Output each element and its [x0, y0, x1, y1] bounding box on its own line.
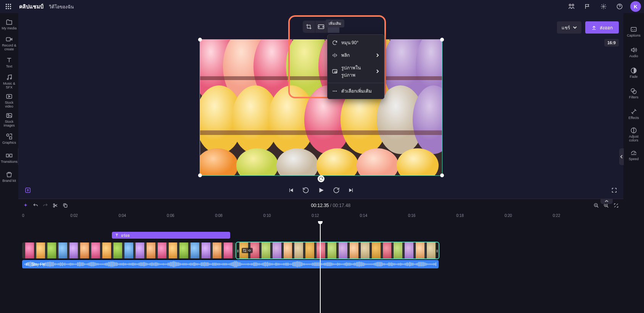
volume-mini-icon[interactable] — [248, 249, 252, 252]
resize-handle-br[interactable] — [440, 173, 444, 177]
svg-rect-41 — [200, 76, 442, 80]
text-icon — [115, 233, 119, 237]
redo-button[interactable] — [43, 203, 48, 208]
chevron-down-icon — [573, 26, 577, 29]
magic-tools-icon[interactable] — [24, 187, 31, 194]
text-clip[interactable]: อร่อย — [112, 232, 230, 239]
collapse-right-panel-handle[interactable] — [619, 148, 624, 165]
preview-canvas[interactable] — [200, 40, 442, 175]
sidebar-stock-video[interactable]: Stock video — [0, 91, 18, 110]
panel-label: Captions — [627, 34, 641, 38]
sidebar-graphics[interactable]: Graphics — [0, 130, 18, 148]
svg-rect-2 — [10, 4, 11, 5]
resize-handle-tr[interactable] — [440, 38, 444, 42]
svg-point-11 — [603, 6, 604, 7]
share-button[interactable]: แชร์ — [557, 21, 581, 34]
svg-point-15 — [10, 78, 11, 79]
panel-audio[interactable]: Audio — [624, 43, 643, 62]
playhead[interactable] — [320, 221, 321, 313]
play-button[interactable] — [318, 187, 324, 194]
avatar[interactable]: K — [630, 1, 641, 12]
timeline-toolbar: 00:12.35 / 00:17.48 — [18, 199, 623, 212]
timeline-ruler[interactable]: 00:020:040:060:080:100:120:140:160:180:2… — [18, 212, 623, 221]
export-button[interactable]: ส่งออก — [585, 21, 619, 34]
help-icon[interactable] — [614, 1, 625, 12]
zoom-out-button[interactable] — [594, 203, 599, 208]
menu-picture-in-picture[interactable]: รูปภาพในรูปภาพ — [328, 61, 384, 81]
svg-point-14 — [7, 79, 8, 80]
panel-adjust-colors[interactable]: Adjust colors — [624, 125, 643, 144]
feedback-flag-icon[interactable] — [582, 1, 593, 12]
menu-flip[interactable]: พลิก — [328, 49, 384, 61]
sidebar-text[interactable]: Text — [0, 53, 18, 72]
sidebar-transitions[interactable]: Transitions — [0, 149, 18, 167]
sidebar-music-sfx[interactable]: Music & SFX — [0, 72, 18, 91]
svg-rect-50 — [200, 130, 442, 135]
sidebar-record-create[interactable]: Record & create — [0, 34, 18, 53]
timeline-panel: 00:12.35 / 00:17.48 00:020:040:060:080:1… — [18, 199, 623, 313]
apps-grid-icon[interactable] — [3, 1, 14, 12]
panel-fade[interactable]: Fade — [624, 63, 643, 82]
svg-point-19 — [6, 134, 9, 136]
clip-trim-handle-right[interactable]: || — [436, 242, 439, 258]
undo-button[interactable] — [33, 203, 38, 208]
panel-captions[interactable]: Captions — [624, 22, 643, 41]
clip-trim-handle-left[interactable]: || — [236, 242, 239, 258]
sidebar-stock-images[interactable]: Stock images — [0, 111, 18, 129]
skip-end-button[interactable] — [348, 187, 354, 193]
skip-start-button[interactable] — [288, 187, 294, 193]
project-name[interactable]: วิดีโอของฉัน — [49, 3, 74, 10]
menu-label: หมุน 90° — [341, 39, 379, 46]
video-clip-2-selected[interactable]: || || — [236, 242, 439, 258]
preview-image — [200, 40, 442, 175]
rewind-button[interactable] — [302, 187, 309, 194]
app-name: คลิปแชมป์ — [19, 2, 44, 11]
text-clip-label: อร่อย — [121, 233, 130, 238]
svg-rect-5 — [10, 6, 11, 7]
forward-button[interactable] — [333, 187, 340, 194]
timecode-current: 00:12.35 — [311, 203, 329, 208]
zoom-fit-button[interactable] — [613, 203, 619, 208]
split-scissors-button[interactable] — [53, 203, 58, 208]
panel-effects[interactable]: Effects — [624, 104, 643, 124]
ruler-tick: 0:20 — [505, 213, 512, 218]
clip-toolbar: เพิ่มเติม — [303, 21, 339, 33]
panel-filters[interactable]: Filters — [624, 84, 643, 103]
panel-label: Speed — [629, 157, 639, 161]
menu-more-options[interactable]: ตัวเลือกเพิ่มเติม — [328, 85, 384, 97]
timecode-duration: 00:17.48 — [333, 203, 351, 208]
svg-rect-6 — [6, 8, 7, 9]
panel-label: Fade — [630, 75, 638, 79]
clip-copy-button[interactable] — [63, 203, 68, 208]
auto-compose-icon[interactable] — [23, 203, 28, 208]
crop-mini-icon[interactable] — [243, 249, 247, 252]
ruler-tick: 0:08 — [215, 213, 222, 218]
clip-context-menu: หมุน 90° พลิก รูปภาพในรูปภาพ ตัวเลือกเพิ… — [327, 34, 384, 99]
sidebar-label: Text — [6, 65, 13, 69]
upgrade-icon[interactable] — [566, 1, 577, 12]
audio-clip-label: Stay Fly — [31, 262, 45, 266]
video-clip-1[interactable] — [22, 242, 236, 258]
menu-separator — [328, 83, 384, 83]
timeline-collapse-handle[interactable] — [600, 199, 613, 204]
clip-mini-controls — [242, 248, 253, 253]
svg-rect-60 — [65, 205, 67, 207]
menu-rotate-90[interactable]: หมุน 90° — [328, 36, 384, 49]
svg-rect-65 — [631, 27, 636, 31]
fullscreen-button[interactable] — [611, 187, 617, 193]
aspect-ratio-badge[interactable]: 16:9 — [604, 39, 619, 47]
ruler-tick: 0:22 — [553, 213, 560, 218]
sidebar-label: Record & create — [0, 44, 18, 51]
panel-speed[interactable]: Speed — [624, 146, 643, 165]
chevron-right-icon — [376, 53, 379, 57]
crop-button[interactable] — [303, 21, 315, 33]
sidebar-my-media[interactable]: My media — [0, 15, 18, 34]
settings-gear-icon[interactable] — [598, 1, 609, 12]
rotate-handle[interactable] — [318, 175, 324, 182]
sidebar-brand-kit[interactable]: Brand kit — [0, 168, 18, 186]
timeline-tracks[interactable]: อร่อย || || — [18, 221, 623, 313]
resize-handle-bl[interactable] — [198, 173, 202, 177]
svg-rect-1 — [8, 4, 9, 5]
resize-handle-tl[interactable] — [198, 38, 202, 42]
audio-clip[interactable]: Stay Fly — [22, 260, 439, 268]
